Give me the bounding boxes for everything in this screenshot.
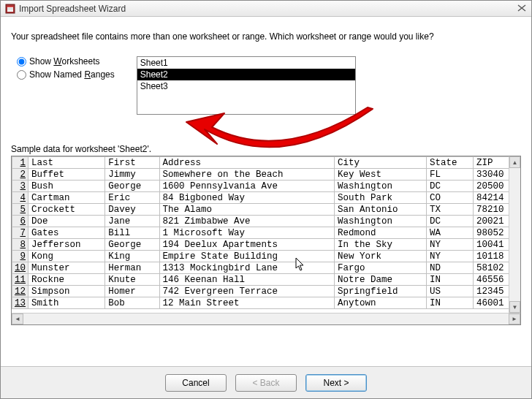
- table-row: 11RockneKnute146 Keenan HallNotre DameIN…: [12, 274, 520, 286]
- row-number: 7: [12, 227, 28, 239]
- table-cell: Washington: [335, 216, 427, 227]
- table-cell: George: [105, 180, 159, 192]
- table-row: 3BushGeorge1600 Pennsylvania AveWashingt…: [12, 180, 520, 192]
- sheet-item[interactable]: Sheet1: [137, 57, 355, 69]
- import-spreadsheet-wizard: Import Spreadsheet Wizard Your spreadshe…: [0, 0, 532, 399]
- scroll-up-icon[interactable]: ▲: [509, 156, 520, 168]
- sample-data-label: Sample data for worksheet 'Sheet2'.: [11, 144, 521, 154]
- row-number: 9: [12, 251, 28, 262]
- table-cell: Gates: [28, 227, 105, 239]
- table-cell: Jefferson: [28, 239, 105, 251]
- table-cell: George: [105, 239, 159, 251]
- row-number: 12: [12, 286, 28, 297]
- svg-rect-2: [7, 6, 13, 7]
- table-cell: Knute: [105, 274, 159, 286]
- table-cell: Anytown: [335, 297, 427, 309]
- table-cell: 1 Microsoft Way: [159, 227, 334, 239]
- column-header: Last: [28, 157, 105, 169]
- window-title: Import Spreadsheet Wizard: [19, 4, 126, 14]
- vertical-scrollbar[interactable]: ▲ ▼: [509, 156, 520, 313]
- row-number: 13: [12, 297, 28, 309]
- table-cell: Smith: [28, 297, 105, 309]
- radio-show-named-ranges[interactable]: Show Named Ranges: [17, 69, 115, 80]
- button-bar: Cancel < Back Next >: [1, 366, 531, 398]
- table-cell: CO: [426, 192, 473, 204]
- back-button[interactable]: < Back: [235, 374, 297, 392]
- table-cell: 84 Bigboned Way: [159, 192, 334, 204]
- table-cell: IN: [426, 297, 473, 309]
- table-cell: 194 Deelux Apartments: [159, 239, 334, 251]
- intro-text: Your spreadsheet file contains more than…: [11, 31, 521, 42]
- cancel-button[interactable]: Cancel: [165, 374, 227, 392]
- next-button[interactable]: Next >: [305, 374, 367, 392]
- table-cell: Buffet: [28, 169, 105, 180]
- scroll-left-icon[interactable]: ◄: [12, 314, 23, 324]
- table-cell: 1600 Pennsylvania Ave: [159, 180, 334, 192]
- table-cell: Key West: [335, 169, 427, 180]
- close-button[interactable]: [515, 2, 528, 14]
- table-cell: Jane: [105, 216, 159, 227]
- table-cell: FL: [426, 169, 473, 180]
- sheet-item[interactable]: Sheet3: [137, 80, 355, 92]
- sample-table: 1LastFirstAddressCityStateZIP2BuffetJimm…: [12, 156, 520, 309]
- app-icon: [5, 4, 15, 14]
- svg-rect-3: [7, 8, 13, 9]
- table-cell: Kong: [28, 251, 105, 262]
- table-row: 6DoeJane821 Zimbabwe AveWashingtonDC2002…: [12, 216, 520, 227]
- table-cell: San Antonio: [335, 204, 427, 216]
- table-cell: Munster: [28, 262, 105, 274]
- row-number: 4: [12, 192, 28, 204]
- radio-group: Show Worksheets Show Named Ranges: [11, 56, 115, 80]
- row-number: 3: [12, 180, 28, 192]
- table-cell: King: [105, 251, 159, 262]
- table-row: 7GatesBill1 Microsoft WayRedmondWA98052: [12, 227, 520, 239]
- table-cell: Washington: [335, 180, 427, 192]
- column-header: Address: [159, 157, 334, 169]
- table-cell: Davey: [105, 204, 159, 216]
- table-cell: Homer: [105, 286, 159, 297]
- table-row: 2BuffetJimmySomewhere on the BeachKey We…: [12, 169, 520, 180]
- radio-show-named-ranges-input[interactable]: [17, 70, 26, 80]
- table-cell: New York: [335, 251, 427, 262]
- scroll-down-icon[interactable]: ▼: [509, 301, 520, 313]
- table-row: 12SimpsonHomer742 Evergreen TerraceSprin…: [12, 286, 520, 297]
- table-cell: Jimmy: [105, 169, 159, 180]
- sheet-item[interactable]: Sheet2: [137, 69, 355, 80]
- table-cell: Bill: [105, 227, 159, 239]
- table-cell: In the Sky: [335, 239, 427, 251]
- table-cell: Rockne: [28, 274, 105, 286]
- table-cell: US: [426, 286, 473, 297]
- sheet-listbox[interactable]: Sheet1Sheet2Sheet3: [137, 56, 356, 115]
- scroll-track[interactable]: [23, 314, 509, 324]
- horizontal-scrollbar[interactable]: ◄ ►: [12, 313, 520, 324]
- table-cell: Notre Dame: [335, 274, 427, 286]
- table-row: 10MunsterHerman1313 Mockingbird LaneFarg…: [12, 262, 520, 274]
- scroll-right-icon[interactable]: ►: [509, 314, 520, 324]
- sample-grid-viewport: 1LastFirstAddressCityStateZIP2BuffetJimm…: [12, 156, 520, 313]
- table-cell: Bob: [105, 297, 159, 309]
- table-cell: 146 Keenan Hall: [159, 274, 334, 286]
- table-cell: Doe: [28, 216, 105, 227]
- table-cell: Springfield: [335, 286, 427, 297]
- column-header: State: [426, 157, 473, 169]
- table-cell: 1313 Mockingbird Lane: [159, 262, 334, 274]
- table-row: 4CartmanEric84 Bigboned WaySouth ParkCO8…: [12, 192, 520, 204]
- table-cell: TX: [426, 204, 473, 216]
- table-cell: IN: [426, 274, 473, 286]
- column-header: City: [335, 157, 427, 169]
- table-header-row: 1LastFirstAddressCityStateZIP: [12, 157, 520, 169]
- row-number: 8: [12, 239, 28, 251]
- table-cell: Redmond: [335, 227, 427, 239]
- radio-show-worksheets-label: Show Worksheets: [29, 56, 100, 66]
- row-number: 11: [12, 274, 28, 286]
- radio-show-worksheets-input[interactable]: [17, 57, 26, 66]
- table-cell: Herman: [105, 262, 159, 274]
- table-cell: Simpson: [28, 286, 105, 297]
- table-cell: Empire State Building: [159, 251, 334, 262]
- table-cell: The Alamo: [159, 204, 334, 216]
- table-row: 8JeffersonGeorge194 Deelux ApartmentsIn …: [12, 239, 520, 251]
- radio-show-worksheets[interactable]: Show Worksheets: [17, 56, 115, 66]
- row-number: 6: [12, 216, 28, 227]
- table-cell: South Park: [335, 192, 427, 204]
- row-number: 2: [12, 169, 28, 180]
